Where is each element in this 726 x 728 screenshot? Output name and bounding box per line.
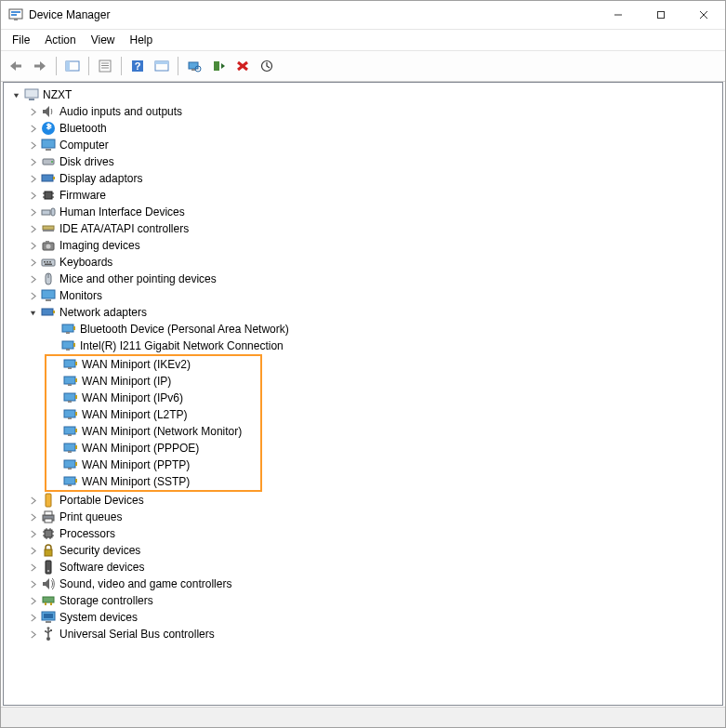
chevron-right-icon[interactable] bbox=[26, 105, 39, 118]
chevron-right-icon[interactable] bbox=[26, 155, 39, 168]
node-storage[interactable]: Storage controllers bbox=[6, 592, 720, 609]
chevron-right-icon[interactable] bbox=[26, 172, 39, 185]
node-mice[interactable]: Mice and other pointing devices bbox=[6, 271, 720, 287]
menu-help[interactable]: Help bbox=[123, 32, 161, 48]
svg-rect-1 bbox=[11, 11, 20, 13]
tree-root[interactable]: NZXT bbox=[6, 86, 720, 103]
action-button[interactable] bbox=[151, 55, 173, 77]
device-tree[interactable]: NZXT Audio inputs and outputs Bluetooth … bbox=[3, 82, 723, 706]
chevron-right-icon[interactable] bbox=[26, 256, 39, 269]
chevron-right-icon[interactable] bbox=[26, 544, 39, 557]
device-wan-netmon[interactable]: WAN Miniport (Network Monitor) bbox=[46, 423, 260, 440]
node-firmware[interactable]: Firmware bbox=[6, 187, 720, 204]
node-imaging[interactable]: Imaging devices bbox=[6, 237, 720, 254]
monitor-icon bbox=[41, 288, 56, 303]
svg-rect-92 bbox=[45, 519, 52, 523]
svg-rect-61 bbox=[73, 326, 75, 330]
node-keyboards[interactable]: Keyboards bbox=[6, 254, 720, 271]
node-security[interactable]: Security devices bbox=[6, 542, 720, 559]
svg-rect-67 bbox=[75, 362, 77, 365]
svg-rect-41 bbox=[42, 210, 50, 215]
chevron-right-icon[interactable] bbox=[26, 561, 39, 574]
display-adapter-icon bbox=[41, 171, 56, 186]
device-bt-pan[interactable]: Bluetooth Device (Personal Area Network) bbox=[6, 321, 720, 338]
menu-view[interactable]: View bbox=[84, 32, 123, 48]
chevron-right-icon[interactable] bbox=[26, 494, 39, 507]
chevron-right-icon[interactable] bbox=[26, 594, 39, 607]
node-software[interactable]: Software devices bbox=[6, 559, 720, 576]
maximize-button[interactable] bbox=[640, 1, 682, 29]
node-hid[interactable]: Human Interface Devices bbox=[6, 204, 720, 220]
menu-action[interactable]: Action bbox=[37, 32, 83, 48]
svg-rect-70 bbox=[75, 378, 77, 382]
device-wan-ip[interactable]: WAN Miniport (IP) bbox=[46, 373, 260, 390]
device-intel-i211[interactable]: Intel(R) I211 Gigabit Network Connection bbox=[6, 338, 720, 354]
device-wan-sstp[interactable]: WAN Miniport (SSTP) bbox=[46, 473, 260, 490]
chevron-right-icon[interactable] bbox=[26, 289, 39, 302]
node-usb[interactable]: Universal Serial Bus controllers bbox=[6, 626, 720, 642]
device-wan-pptp[interactable]: WAN Miniport (PPTP) bbox=[46, 457, 260, 473]
device-wan-l2tp[interactable]: WAN Miniport (L2TP) bbox=[46, 406, 260, 423]
printer-icon bbox=[41, 510, 56, 524]
chevron-right-icon[interactable] bbox=[26, 205, 39, 218]
svg-rect-58 bbox=[53, 311, 55, 313]
svg-rect-77 bbox=[64, 427, 75, 434]
svg-rect-52 bbox=[45, 264, 52, 266]
node-network[interactable]: Network adapters bbox=[6, 304, 720, 321]
device-wan-ikev2[interactable]: WAN Miniport (IKEv2) bbox=[46, 356, 260, 373]
window-title: Device Manager bbox=[29, 8, 597, 21]
scan-hardware-button[interactable] bbox=[183, 55, 205, 77]
svg-rect-9 bbox=[34, 65, 40, 68]
add-legacy-hardware-button[interactable] bbox=[207, 55, 230, 77]
device-wan-pppoe[interactable]: WAN Miniport (PPPOE) bbox=[46, 440, 260, 457]
svg-rect-42 bbox=[51, 208, 55, 216]
svg-rect-87 bbox=[68, 484, 72, 486]
security-icon bbox=[41, 543, 56, 558]
node-bluetooth[interactable]: Bluetooth bbox=[6, 120, 720, 137]
minimize-button[interactable] bbox=[597, 1, 640, 29]
node-display[interactable]: Display adaptors bbox=[6, 170, 720, 187]
storage-controller-icon bbox=[41, 593, 56, 608]
menu-file[interactable]: File bbox=[5, 32, 37, 48]
update-driver-button[interactable] bbox=[256, 55, 278, 77]
chevron-right-icon[interactable] bbox=[26, 189, 39, 202]
node-monitors[interactable]: Monitors bbox=[6, 287, 720, 304]
node-ide[interactable]: IDE ATA/ATAPI controllers bbox=[6, 220, 720, 237]
menubar: File Action View Help bbox=[1, 30, 725, 51]
chevron-right-icon[interactable] bbox=[26, 272, 39, 285]
device-wan-ipv6[interactable]: WAN Miniport (IPv6) bbox=[46, 390, 260, 406]
node-processors[interactable]: Processors bbox=[6, 525, 720, 542]
forward-button[interactable] bbox=[29, 55, 51, 77]
uninstall-button[interactable] bbox=[231, 55, 254, 77]
properties-button[interactable] bbox=[94, 55, 116, 77]
node-computer[interactable]: Computer bbox=[6, 137, 720, 153]
bluetooth-icon bbox=[41, 121, 56, 136]
show-hide-console-button[interactable] bbox=[61, 55, 84, 77]
node-portable[interactable]: Portable Devices bbox=[6, 492, 720, 509]
chevron-right-icon[interactable] bbox=[26, 577, 39, 590]
help-button[interactable]: ? bbox=[126, 55, 149, 77]
chevron-right-icon[interactable] bbox=[26, 527, 39, 540]
chevron-right-icon[interactable] bbox=[26, 628, 39, 641]
chevron-right-icon[interactable] bbox=[26, 239, 39, 252]
chevron-down-icon[interactable] bbox=[9, 88, 22, 101]
svg-rect-55 bbox=[42, 290, 55, 298]
node-printq[interactable]: Print queues bbox=[6, 509, 720, 525]
node-audio[interactable]: Audio inputs and outputs bbox=[6, 103, 720, 120]
chevron-right-icon[interactable] bbox=[26, 510, 39, 523]
svg-rect-107 bbox=[50, 602, 52, 605]
network-device-icon bbox=[63, 441, 78, 456]
svg-rect-59 bbox=[62, 324, 73, 332]
chevron-right-icon[interactable] bbox=[26, 122, 39, 135]
node-system[interactable]: System devices bbox=[6, 609, 720, 626]
back-button[interactable] bbox=[5, 55, 27, 77]
node-sound[interactable]: Sound, video and game controllers bbox=[6, 576, 720, 592]
chevron-right-icon[interactable] bbox=[26, 222, 39, 235]
chevron-right-icon[interactable] bbox=[26, 611, 39, 624]
svg-rect-68 bbox=[64, 377, 75, 384]
chevron-down-icon[interactable] bbox=[26, 306, 39, 319]
close-button[interactable] bbox=[682, 1, 725, 29]
chevron-right-icon[interactable] bbox=[26, 139, 39, 152]
svg-rect-23 bbox=[214, 61, 219, 71]
node-disk[interactable]: Disk drives bbox=[6, 153, 720, 170]
